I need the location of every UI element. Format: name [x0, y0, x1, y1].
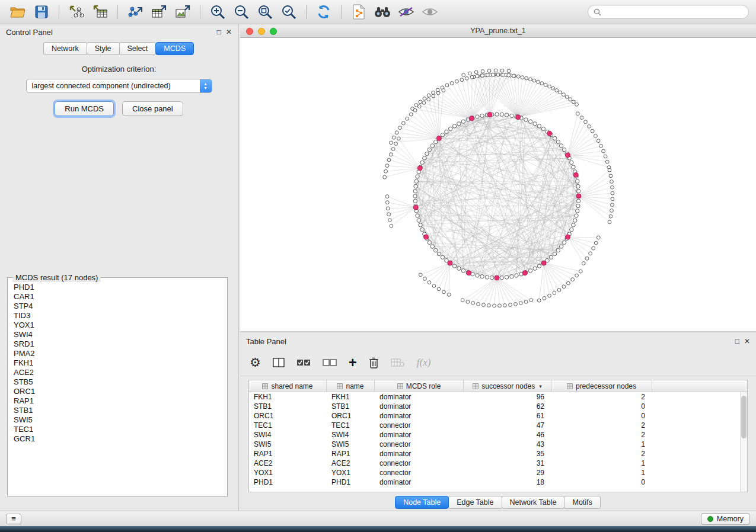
graph-node[interactable] — [505, 113, 508, 117]
mcds-result-item[interactable]: STB1 — [14, 406, 227, 415]
graph-leaf-node[interactable] — [432, 284, 436, 288]
column-header-MCDS-role[interactable]: MCDS role — [375, 380, 464, 392]
graph-leaf-node[interactable] — [610, 209, 614, 213]
delete-column-trash-icon[interactable] — [369, 354, 379, 371]
graph-leaf-node[interactable] — [474, 70, 478, 74]
graph-node[interactable] — [500, 276, 503, 280]
graph-node[interactable] — [562, 241, 566, 244]
graph-leaf-node[interactable] — [610, 180, 614, 184]
close-panel-button[interactable]: Close panel — [122, 101, 183, 116]
mcds-result-item[interactable]: YOX1 — [14, 321, 227, 330]
mcds-result-item[interactable]: SWI5 — [14, 415, 227, 425]
mcds-node[interactable] — [436, 136, 441, 140]
graph-node[interactable] — [576, 180, 579, 183]
graph-leaf-node[interactable] — [611, 197, 614, 201]
mcds-result-item[interactable]: STB5 — [14, 377, 227, 387]
memory-button[interactable]: Memory — [701, 513, 750, 525]
graph-leaf-node[interactable] — [569, 98, 572, 101]
graph-leaf-node[interactable] — [391, 148, 395, 151]
graph-node[interactable] — [537, 124, 541, 128]
graph-leaf-node[interactable] — [383, 175, 387, 179]
graph-node[interactable] — [452, 124, 456, 128]
graph-node[interactable] — [549, 255, 553, 259]
graph-leaf-node[interactable] — [442, 89, 445, 92]
network-graph[interactable] — [240, 38, 755, 331]
graph-leaf-node[interactable] — [427, 98, 430, 101]
graph-node[interactable] — [570, 227, 573, 231]
graph-leaf-node[interactable] — [445, 84, 449, 87]
mcds-node[interactable] — [448, 261, 452, 265]
mcds-result-item[interactable]: SWI4 — [14, 330, 227, 339]
graph-node[interactable] — [559, 144, 563, 148]
graph-node[interactable] — [413, 194, 417, 198]
zoom-fit-button[interactable] — [254, 2, 276, 21]
graph-leaf-node[interactable] — [599, 144, 603, 148]
graph-node[interactable] — [476, 274, 479, 277]
graph-node[interactable] — [414, 180, 418, 183]
graph-leaf-node[interactable] — [486, 73, 489, 77]
graph-leaf-node[interactable] — [596, 236, 600, 239]
graph-leaf-node[interactable] — [585, 257, 589, 260]
graph-leaf-node[interactable] — [525, 76, 528, 80]
graph-leaf-node[interactable] — [594, 241, 598, 245]
export-image-button[interactable] — [172, 2, 193, 21]
scrollbar-thumb[interactable] — [741, 396, 747, 438]
graph-leaf-node[interactable] — [543, 297, 546, 300]
graph-leaf-node[interactable] — [481, 74, 484, 78]
graph-leaf-node[interactable] — [537, 299, 541, 302]
graph-node[interactable] — [457, 122, 461, 126]
graph-leaf-node[interactable] — [394, 142, 398, 146]
graph-node[interactable] — [476, 115, 479, 118]
graph-leaf-node[interactable] — [428, 281, 431, 284]
graph-node[interactable] — [445, 130, 448, 133]
graph-leaf-node[interactable] — [397, 137, 401, 140]
graph-leaf-node[interactable] — [588, 125, 591, 129]
graph-leaf-node[interactable] — [579, 270, 582, 273]
table-tab-node-table[interactable]: Node Table — [395, 496, 449, 509]
graph-leaf-node[interactable] — [529, 299, 533, 302]
graph-leaf-node[interactable] — [491, 73, 495, 76]
mcds-node[interactable] — [487, 113, 492, 117]
graph-node[interactable] — [533, 267, 537, 270]
graph-node[interactable] — [413, 190, 417, 193]
graph-node[interactable] — [437, 252, 441, 255]
graph-leaf-node[interactable] — [385, 164, 389, 168]
graph-node[interactable] — [448, 127, 452, 130]
mcds-result-item[interactable]: SRD1 — [14, 339, 227, 349]
graph-leaf-node[interactable] — [476, 75, 479, 78]
table-row[interactable]: ACE2ACE2connector311 — [249, 459, 747, 468]
export-table-button[interactable] — [148, 2, 170, 21]
graph-leaf-node[interactable] — [494, 69, 497, 72]
show-columns-icon[interactable] — [273, 354, 285, 371]
graph-leaf-node[interactable] — [417, 105, 421, 108]
graph-node[interactable] — [485, 275, 489, 279]
graph-node[interactable] — [528, 269, 532, 273]
graph-leaf-node[interactable] — [466, 300, 470, 304]
graph-node[interactable] — [537, 264, 541, 268]
mcds-node[interactable] — [547, 131, 552, 136]
graph-node[interactable] — [573, 219, 577, 222]
graph-leaf-node[interactable] — [409, 113, 413, 116]
mcds-node[interactable] — [516, 115, 521, 120]
table-row[interactable]: PHD1PHD1dominator180 — [249, 477, 747, 487]
find-button[interactable] — [372, 2, 393, 21]
graph-node[interactable] — [553, 252, 556, 255]
graph-leaf-node[interactable] — [540, 82, 544, 85]
graph-leaf-node[interactable] — [385, 201, 389, 204]
graph-node[interactable] — [500, 113, 503, 116]
graph-node[interactable] — [423, 156, 426, 160]
control-tab-select[interactable]: Select — [119, 42, 157, 55]
graph-leaf-node[interactable] — [582, 262, 585, 265]
graph-leaf-node[interactable] — [512, 74, 516, 78]
mcds-node[interactable] — [495, 275, 499, 280]
graph-leaf-node[interactable] — [521, 76, 524, 79]
graph-leaf-node[interactable] — [413, 108, 417, 112]
graph-node[interactable] — [541, 127, 545, 130]
graph-node[interactable] — [495, 113, 499, 116]
table-row[interactable]: SWI5SWI5connector431 — [249, 440, 747, 449]
graph-leaf-node[interactable] — [419, 100, 422, 104]
control-tab-mcds[interactable]: MCDS — [155, 42, 194, 55]
mcds-node[interactable] — [541, 261, 546, 265]
graph-node[interactable] — [417, 219, 420, 222]
import-table-button[interactable] — [90, 2, 111, 21]
